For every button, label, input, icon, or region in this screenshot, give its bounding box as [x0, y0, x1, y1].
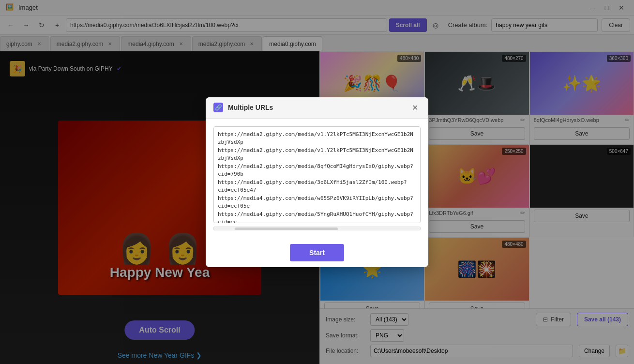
modal-title: Multiple URLs: [228, 104, 404, 111]
modal-header: 🔗 Multiple URLs ✕: [206, 97, 428, 119]
start-button[interactable]: Start: [290, 244, 344, 261]
modal-overlay: 🔗 Multiple URLs ✕ https://media2.giphy.c…: [0, 0, 634, 364]
modal-close-button[interactable]: ✕: [409, 102, 421, 113]
multiple-urls-modal: 🔗 Multiple URLs ✕ https://media2.giphy.c…: [206, 97, 428, 267]
modal-body: https://media2.giphy.com/media/v1.Y2lkPT…: [206, 119, 428, 238]
modal-icon: 🔗: [213, 103, 223, 112]
modal-footer: Start: [206, 238, 428, 267]
scrollbar-thumb: [235, 228, 338, 230]
url-textarea[interactable]: https://media2.giphy.com/media/v1.Y2lkPT…: [213, 126, 421, 223]
modal-horizontal-scrollbar[interactable]: [213, 227, 421, 230]
